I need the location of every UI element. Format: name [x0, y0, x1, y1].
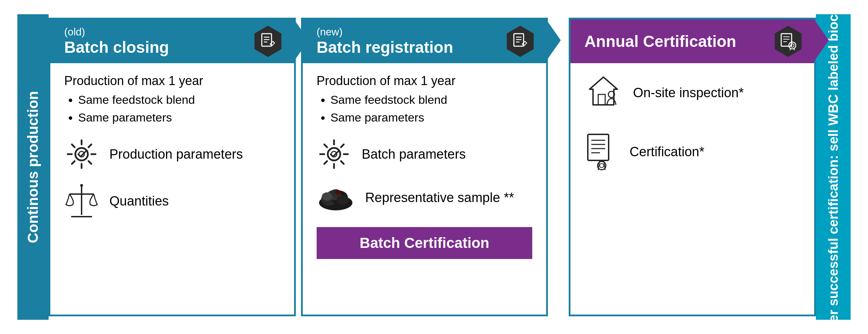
section3-hex-icon [773, 26, 804, 57]
section2-body: Production of max 1 year Same feedstock … [303, 63, 546, 315]
svg-line-12 [89, 161, 91, 164]
section1-scales-row: Quantities [64, 182, 280, 220]
svg-line-33 [324, 161, 327, 164]
section-batch-registration: (new) Batch registration [301, 18, 548, 316]
svg-line-13 [89, 144, 91, 147]
section2-coal-row: Representative sample ** [317, 182, 533, 213]
svg-point-46 [789, 42, 796, 49]
document-pencil-icon-2 [511, 32, 529, 50]
section1-scales-label: Quantities [109, 194, 169, 209]
section1-bullets: Same feedstock blend Same parameters [64, 91, 280, 126]
section2-bullets: Same feedstock blend Same parameters [317, 91, 533, 126]
content-area: (old) Batch closing [49, 14, 816, 320]
svg-point-38 [322, 192, 332, 201]
section3-cert-row: Certification* [584, 133, 800, 171]
section1-title: Batch closing [64, 38, 169, 57]
left-label-text: Continous production [25, 91, 41, 243]
section1-hex-icon [252, 26, 284, 57]
svg-rect-51 [598, 94, 605, 105]
section-batch-closing: (old) Batch closing [49, 18, 296, 316]
svg-rect-53 [588, 134, 609, 160]
section1-header: (old) Batch closing [50, 19, 294, 63]
document-pencil-icon [259, 32, 277, 50]
section3-inspection-row: On-site inspection* [584, 74, 800, 112]
section2-gear-label: Batch parameters [362, 147, 466, 162]
svg-point-39 [336, 195, 349, 205]
svg-point-17 [80, 184, 83, 187]
batch-certification-button[interactable]: Batch Certification [317, 227, 533, 259]
svg-point-59 [600, 164, 604, 168]
section1-bullet-2: Same parameters [78, 109, 280, 126]
section2-old-new: (new) [317, 26, 453, 38]
cert-award-icon [779, 32, 797, 50]
biochar-icon [317, 182, 355, 213]
section2-hex-icon [504, 26, 536, 57]
svg-line-30 [324, 144, 327, 147]
section2-gear-row: Batch parameters [317, 137, 533, 172]
section1-body: Production of max 1 year Same feedstock … [50, 63, 294, 315]
section2-production-text: Production of max 1 year [317, 74, 533, 88]
svg-rect-42 [781, 34, 792, 46]
gear-icon-1 [64, 137, 99, 172]
section3-body: On-site inspection* [570, 63, 814, 315]
svg-point-24 [328, 148, 340, 160]
section3-title: Annual Certification [584, 32, 736, 51]
section2-header: (new) Batch registration [303, 19, 546, 63]
section3-cert-label: Certification* [629, 144, 704, 159]
svg-line-31 [341, 161, 344, 164]
svg-point-41 [335, 190, 342, 195]
section1-production-text: Production of max 1 year [64, 74, 280, 88]
gear-icon-2 [317, 137, 351, 172]
certification-doc-icon [584, 133, 619, 171]
svg-marker-50 [590, 77, 617, 105]
section-annual-certification: Annual Certification [569, 18, 816, 316]
section1-gear-row: Production parameters [64, 137, 280, 172]
section1-bullet-1: Same feedstock blend [78, 91, 280, 109]
batch-cert-label: Batch Certification [360, 235, 489, 251]
svg-line-23 [525, 41, 527, 43]
left-vertical-label: Continous production [17, 14, 49, 320]
main-container: Continous production (old) Batch closing [17, 14, 851, 320]
section2-title: Batch registration [317, 38, 453, 57]
section2-bullet-2: Same parameters [331, 109, 533, 126]
scales-icon [64, 182, 99, 220]
svg-line-14 [72, 161, 75, 164]
svg-line-4 [273, 41, 275, 43]
section3-inspection-label: On-site inspection* [633, 85, 744, 100]
section1-gear-label: Production parameters [109, 147, 243, 162]
section2-bullet-1: Same feedstock blend [331, 91, 533, 109]
svg-line-32 [341, 144, 344, 147]
section1-old-new: (old) [64, 26, 169, 38]
house-person-icon [584, 74, 623, 112]
svg-line-11 [72, 144, 75, 147]
section3-header: Annual Certification [570, 19, 814, 63]
section2-coal-label: Representative sample ** [365, 190, 514, 205]
svg-point-5 [75, 148, 88, 160]
